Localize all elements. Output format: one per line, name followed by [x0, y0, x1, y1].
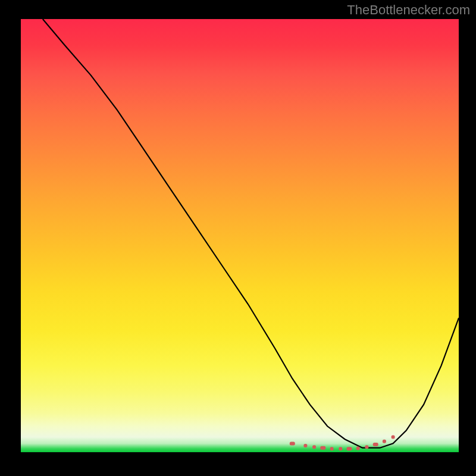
marker-dot [330, 447, 334, 450]
bottleneck-curve-line [43, 19, 459, 448]
marker-dot [320, 446, 325, 450]
marker-dot [383, 440, 386, 443]
marker-dot [373, 443, 378, 446]
marker-dot [347, 447, 352, 450]
marker-dot [312, 445, 316, 449]
marker-dot [303, 444, 307, 447]
chart-area [21, 19, 459, 452]
marker-dot [356, 446, 360, 450]
chart-svg [21, 19, 459, 452]
marker-dot [290, 441, 295, 445]
marker-dot [365, 445, 368, 449]
watermark: TheBottlenecker.com [347, 2, 470, 18]
marker-dot [392, 436, 395, 439]
marker-dot [339, 447, 342, 450]
